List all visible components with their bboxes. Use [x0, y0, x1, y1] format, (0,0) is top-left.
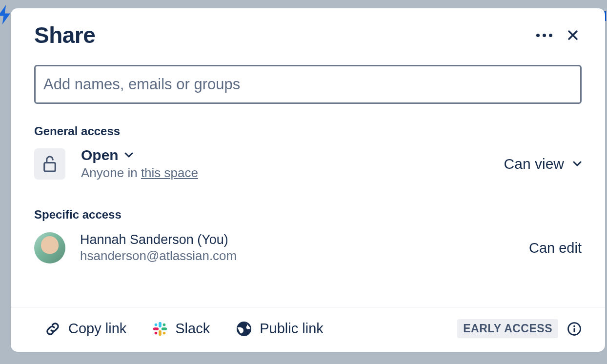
access-level-dropdown[interactable]: Open: [81, 147, 198, 163]
general-permission-label: Can view: [504, 156, 564, 172]
svg-point-8: [155, 331, 158, 334]
user-name: Hannah Sanderson (You): [80, 232, 237, 247]
share-dialog: Share General access: [11, 8, 605, 352]
dialog-header: Share: [11, 8, 605, 48]
svg-rect-3: [159, 330, 162, 335]
chevron-down-icon: [124, 152, 133, 158]
svg-rect-1: [159, 322, 162, 327]
close-button[interactable]: [567, 29, 579, 41]
early-access-badge: EARLY ACCESS: [457, 319, 558, 338]
general-permission-dropdown[interactable]: Can view: [504, 156, 582, 172]
svg-point-5: [155, 323, 158, 326]
avatar: [34, 232, 65, 263]
access-sub-prefix: Anyone in: [81, 165, 141, 180]
svg-rect-12: [574, 328, 575, 332]
svg-point-6: [163, 323, 166, 326]
specific-access-label: Specific access: [34, 208, 582, 222]
access-sub-text: Anyone in this space: [81, 165, 198, 181]
copy-link-button[interactable]: Copy link: [44, 320, 126, 338]
public-link-button[interactable]: Public link: [235, 320, 324, 338]
close-icon: [567, 29, 579, 41]
chevron-down-icon: [573, 161, 582, 167]
slack-button[interactable]: Slack: [152, 321, 210, 337]
space-link[interactable]: this space: [141, 165, 198, 180]
slack-icon: [152, 321, 168, 337]
add-people-input[interactable]: [34, 65, 582, 104]
info-icon[interactable]: [567, 322, 582, 336]
svg-point-11: [573, 325, 575, 327]
copy-link-label: Copy link: [68, 321, 126, 337]
unlock-icon-container: [34, 148, 65, 180]
link-icon: [44, 320, 61, 338]
svg-point-7: [163, 331, 166, 334]
svg-rect-0: [44, 162, 56, 171]
more-icon: [536, 34, 552, 37]
svg-rect-4: [153, 327, 159, 330]
general-access-row: Open Anyone in this space Can view: [34, 147, 582, 181]
user-row: Hannah Sanderson (You) hsanderson@atlass…: [34, 232, 582, 263]
dialog-body: General access Open Anyone in this space: [11, 48, 605, 292]
general-access-label: General access: [34, 124, 582, 138]
slack-label: Slack: [175, 321, 210, 337]
dialog-footer: Copy link Slack: [11, 307, 605, 352]
public-link-label: Public link: [260, 321, 324, 337]
svg-rect-2: [162, 327, 167, 330]
dialog-title: Share: [34, 22, 95, 48]
user-permission-label: Can edit: [529, 240, 582, 256]
more-button[interactable]: [536, 34, 552, 37]
header-actions: [536, 29, 579, 41]
user-email: hsanderson@atlassian.com: [80, 248, 237, 263]
globe-icon: [235, 320, 253, 338]
unlock-icon: [42, 155, 57, 173]
access-level-label: Open: [81, 147, 119, 163]
